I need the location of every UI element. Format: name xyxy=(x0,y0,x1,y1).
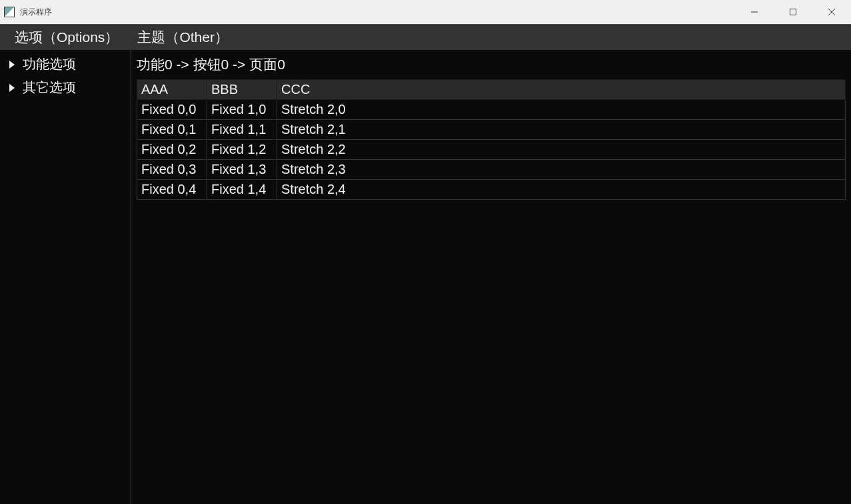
breadcrumb: 功能0 -> 按钮0 -> 页面0 xyxy=(137,54,846,79)
table-row[interactable]: Fixed 0,0 Fixed 1,0 Stretch 2,0 xyxy=(137,100,846,120)
table-row[interactable]: Fixed 0,2 Fixed 1,2 Stretch 2,2 xyxy=(137,140,846,160)
window-title: 演示程序 xyxy=(20,7,52,18)
table-cell: Fixed 0,4 xyxy=(137,180,207,200)
sidebar: 功能选项 其它选项 xyxy=(0,50,131,504)
table-cell: Fixed 0,3 xyxy=(137,160,207,180)
table-cell: Stretch 2,3 xyxy=(277,160,846,180)
tree-item-label: 功能选项 xyxy=(23,55,76,73)
window-controls xyxy=(735,0,851,24)
table-cell: Fixed 1,0 xyxy=(207,100,277,120)
table-row[interactable]: Fixed 0,3 Fixed 1,3 Stretch 2,3 xyxy=(137,160,846,180)
menubar: 选项（Options） 主题（Other） xyxy=(0,25,851,50)
table-header-row: AAA BBB CCC xyxy=(137,80,846,100)
table-row[interactable]: Fixed 0,1 Fixed 1,1 Stretch 2,1 xyxy=(137,120,846,140)
menu-options[interactable]: 选项（Options） xyxy=(5,25,128,50)
close-button[interactable] xyxy=(812,0,851,24)
tree-item-functions[interactable]: 功能选项 xyxy=(0,53,131,76)
tree-item-label: 其它选项 xyxy=(23,79,76,97)
table-header-c[interactable]: CCC xyxy=(277,80,846,100)
table-header-b[interactable]: BBB xyxy=(207,80,277,100)
maximize-button[interactable] xyxy=(774,0,812,24)
svg-rect-1 xyxy=(790,9,796,15)
menu-theme[interactable]: 主题（Other） xyxy=(128,25,238,50)
minimize-icon xyxy=(750,8,758,16)
tree-item-other[interactable]: 其它选项 xyxy=(0,76,131,99)
table-row[interactable]: Fixed 0,4 Fixed 1,4 Stretch 2,4 xyxy=(137,180,846,200)
table-cell: Fixed 1,4 xyxy=(207,180,277,200)
main-area: 功能选项 其它选项 功能0 -> 按钮0 -> 页面0 AAA BBB CCC … xyxy=(0,50,851,504)
table-cell: Fixed 0,2 xyxy=(137,140,207,160)
content-area: 功能0 -> 按钮0 -> 页面0 AAA BBB CCC Fixed 0,0 … xyxy=(131,50,851,504)
table-cell: Fixed 1,2 xyxy=(207,140,277,160)
minimize-button[interactable] xyxy=(735,0,774,24)
app-icon xyxy=(4,7,15,17)
table-cell: Fixed 0,0 xyxy=(137,100,207,120)
table-cell: Fixed 1,1 xyxy=(207,120,277,140)
table-header-a[interactable]: AAA xyxy=(137,80,207,100)
table-cell: Fixed 1,3 xyxy=(207,160,277,180)
maximize-icon xyxy=(789,8,797,16)
chevron-right-icon xyxy=(9,61,15,69)
table-cell: Stretch 2,1 xyxy=(277,120,846,140)
table-cell: Fixed 0,1 xyxy=(137,120,207,140)
chevron-right-icon xyxy=(9,84,15,92)
data-table: AAA BBB CCC Fixed 0,0 Fixed 1,0 Stretch … xyxy=(137,79,846,200)
table-cell: Stretch 2,4 xyxy=(277,180,846,200)
window-titlebar: 演示程序 xyxy=(0,0,851,25)
table-cell: Stretch 2,2 xyxy=(277,140,846,160)
table-cell: Stretch 2,0 xyxy=(277,100,846,120)
close-icon xyxy=(828,8,836,16)
